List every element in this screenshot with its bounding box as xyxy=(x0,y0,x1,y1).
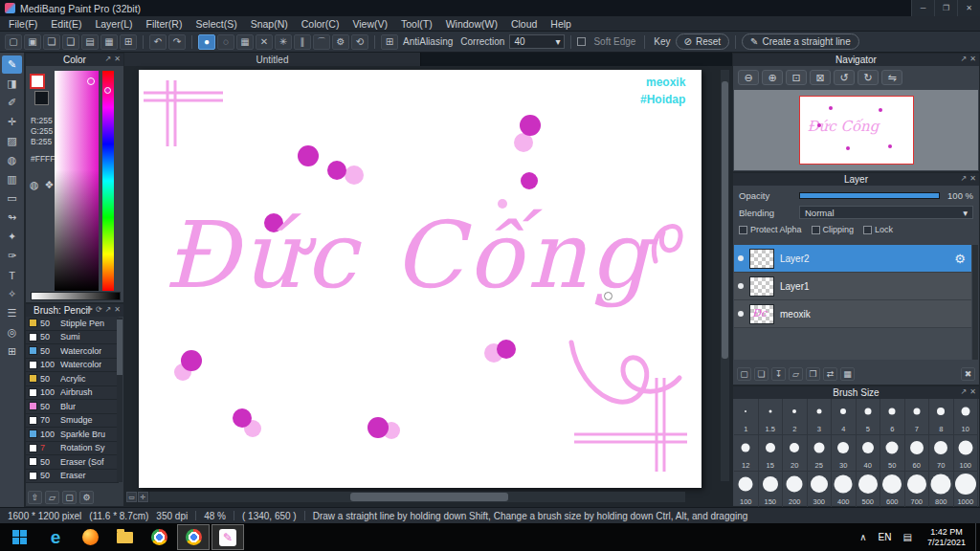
menu-item-filterr[interactable]: Filter(R) xyxy=(140,18,189,30)
horizontal-scrollbar[interactable] xyxy=(149,492,685,502)
tray-expand-icon[interactable]: ∧ xyxy=(854,532,872,542)
brush-size-1000[interactable]: 1000 xyxy=(954,472,979,508)
snap-settings-icon[interactable]: ⚙ xyxy=(332,34,349,50)
reload-brush-icon[interactable]: ⟳ xyxy=(96,305,102,314)
flip-horizontal-icon[interactable]: ⇋ xyxy=(881,70,902,85)
brush-size-800[interactable]: 800 xyxy=(929,472,954,508)
brush-size-100[interactable]: 100 xyxy=(734,472,759,508)
touch-keyboard-icon[interactable]: ▤ xyxy=(898,532,918,542)
hue-slider[interactable] xyxy=(102,71,114,291)
brush-preset-watercolor[interactable]: 100Watercolor xyxy=(26,359,119,373)
opacity-slider[interactable] xyxy=(799,192,940,199)
layer-row-meoxik[interactable]: Đcmeoxik xyxy=(734,300,971,328)
brush-preset-acrylic[interactable]: 50Acrylic xyxy=(26,372,119,386)
brush-size-70[interactable]: 70 xyxy=(929,435,954,472)
save-icon[interactable]: ▣ xyxy=(24,34,41,50)
snap-off-icon[interactable]: ✕ xyxy=(256,34,273,50)
pixel-grid-icon[interactable]: ▦ xyxy=(236,34,254,50)
float-panel-icon[interactable]: ↗ xyxy=(961,174,968,183)
chrome-icon-active[interactable] xyxy=(177,524,210,550)
float-panel-icon[interactable]: ↗ xyxy=(961,55,968,63)
close-panel-icon[interactable]: ✕ xyxy=(969,174,976,183)
panel-layout-icon[interactable]: ▤ xyxy=(81,34,99,50)
brush-size-1[interactable]: 1 xyxy=(734,399,759,435)
drawing-canvas[interactable]: Đức Cống meoxik #Hoidap xyxy=(139,70,702,488)
correction-dropdown[interactable]: 40▾ xyxy=(509,34,565,49)
brush-size-3[interactable]: 3 xyxy=(808,399,833,435)
close-icon[interactable]: ✕ xyxy=(957,0,980,16)
duplicate-layer-icon[interactable]: ❏ xyxy=(754,367,768,381)
brush-size-5[interactable]: 5 xyxy=(857,399,881,435)
brush-preset-sparklebru[interactable]: 100Sparkle Bru xyxy=(26,428,119,442)
brush-folder-icon[interactable]: ▱ xyxy=(45,491,59,504)
select-pen-tool[interactable]: ✑ xyxy=(2,247,22,265)
firefox-icon[interactable] xyxy=(74,524,106,550)
float-panel-icon[interactable]: ↗ xyxy=(105,55,112,63)
hand-tool[interactable]: ☰ xyxy=(2,304,22,322)
menu-item-selects[interactable]: Select(S) xyxy=(189,18,243,30)
soft-brush-icon[interactable]: ◌ xyxy=(217,34,234,50)
lasso-tool[interactable]: ↬ xyxy=(2,209,22,227)
close-panel-icon[interactable]: ✕ xyxy=(114,55,121,63)
zoom-tool[interactable]: ◎ xyxy=(2,323,22,342)
menu-item-layerl[interactable]: Layer(L) xyxy=(88,18,139,30)
navigator-view-rect[interactable]: Đức Cống xyxy=(799,96,914,165)
brush-size-40[interactable]: 40 xyxy=(857,435,881,472)
brush-tool[interactable]: ✎ xyxy=(2,55,22,74)
snap-radial-icon[interactable]: ✳ xyxy=(275,34,292,50)
blending-dropdown[interactable]: Normal▾ xyxy=(799,206,973,219)
add-brush-icon[interactable]: ✚ xyxy=(86,305,93,314)
redo-icon[interactable]: ↷ xyxy=(168,34,186,50)
brush-preset-watercolor[interactable]: 50Watercolor xyxy=(26,344,119,359)
file-explorer-icon[interactable] xyxy=(108,524,141,550)
brush-size-6[interactable]: 6 xyxy=(880,399,905,435)
brush-size-700[interactable]: 700 xyxy=(905,472,930,508)
create-straight-line-button[interactable]: ✎Create a straight line xyxy=(742,33,859,50)
eraser-tool[interactable]: ◨ xyxy=(2,75,22,93)
maximize-icon[interactable]: ❐ xyxy=(934,0,957,16)
clock[interactable]: 1:42 PM 7/21/2021 xyxy=(918,527,975,548)
soft-edge-checkbox[interactable] xyxy=(577,37,586,46)
snap-curve-icon[interactable]: ⌒ xyxy=(313,34,330,50)
brush-size-300[interactable]: 300 xyxy=(808,472,833,508)
menu-item-filef[interactable]: File(F) xyxy=(2,18,44,30)
divide-tool[interactable]: ⊞ xyxy=(2,342,22,361)
new-layer-icon[interactable]: ▢ xyxy=(737,367,751,381)
scroll-reset-icon[interactable]: ✛ xyxy=(138,492,148,502)
fill-tool[interactable]: ▨ xyxy=(2,132,22,150)
new-brush-icon[interactable]: ▢ xyxy=(62,491,77,504)
brush-preset-airbrush[interactable]: 100Airbrush xyxy=(26,386,119,401)
reset-button[interactable]: ⊘Reset xyxy=(676,33,730,50)
float-panel-icon[interactable]: ↗ xyxy=(961,387,968,396)
foreground-color-swatch[interactable] xyxy=(30,74,45,89)
close-panel-icon[interactable]: ✕ xyxy=(969,55,976,63)
rotate-reset-icon[interactable]: ⟲ xyxy=(351,34,368,50)
brush-preset-blur[interactable]: 50Blur xyxy=(26,400,119,414)
brush-size-25[interactable]: 25 xyxy=(808,435,833,472)
brush-size-4[interactable]: 4 xyxy=(832,399,857,435)
zoom-out-icon[interactable]: ⊖ xyxy=(738,70,759,85)
brush-size-600[interactable]: 600 xyxy=(880,472,905,508)
brush-preset-eraser[interactable]: 50Eraser xyxy=(26,470,119,484)
lock-checkbox[interactable]: Lock xyxy=(863,225,893,234)
bucket-tool[interactable]: ◍ xyxy=(2,151,22,169)
chat-icon[interactable]: ❏ xyxy=(43,34,60,50)
magic-wand-tool[interactable]: ✦ xyxy=(2,228,22,246)
brush-size-7[interactable]: 7 xyxy=(905,399,930,435)
menu-item-cloud[interactable]: Cloud xyxy=(504,18,544,30)
layers-scrollbar[interactable] xyxy=(972,245,978,360)
palette-icon[interactable]: ❖ xyxy=(45,179,55,191)
menu-item-colorc[interactable]: Color(C) xyxy=(295,18,346,30)
language-indicator[interactable]: EN xyxy=(873,532,898,542)
menu-item-edite[interactable]: Edit(E) xyxy=(44,18,88,30)
delete-layer-icon[interactable]: ✖ xyxy=(961,367,975,381)
rotate-left-icon[interactable]: ↺ xyxy=(834,70,855,85)
layer-row-layer2[interactable]: Layer2⚙ xyxy=(734,245,971,273)
brush-size-8[interactable]: 8 xyxy=(929,399,954,435)
grayscale-bar[interactable] xyxy=(31,292,121,300)
layer-visibility-icon[interactable] xyxy=(738,255,744,261)
brush-size-50[interactable]: 50 xyxy=(880,435,905,472)
rotate-right-icon[interactable]: ↻ xyxy=(858,70,879,85)
layer-visibility-icon[interactable] xyxy=(738,283,744,289)
zoom-actual-icon[interactable]: ⊠ xyxy=(810,70,831,85)
